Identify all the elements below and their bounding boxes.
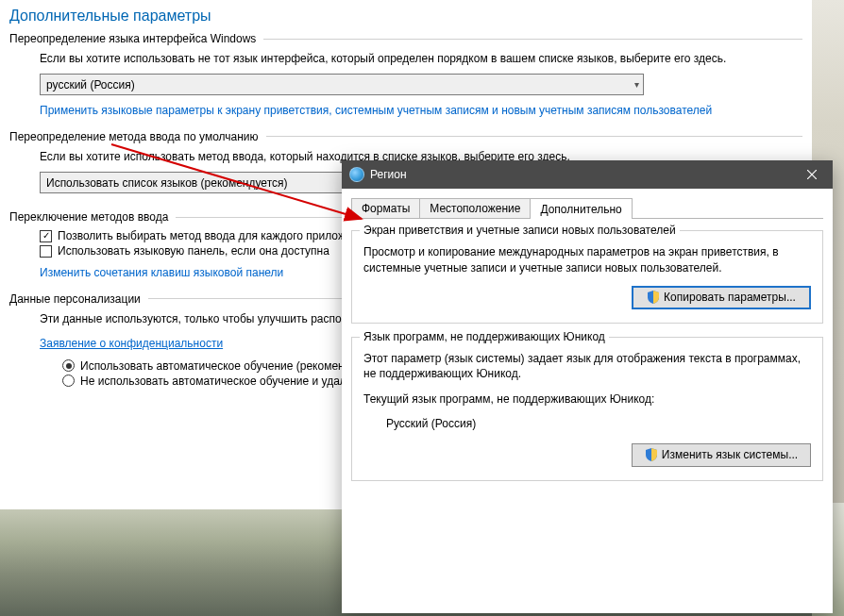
- combo-value: Использовать список языков (рекомендуетс…: [46, 176, 288, 190]
- radio-label: Не использовать автоматическое обучение …: [80, 375, 363, 388]
- apply-to-welcome-screen-link[interactable]: Применить языковые параметры к экрану пр…: [40, 103, 712, 119]
- tab-location[interactable]: Местоположение: [419, 198, 531, 218]
- non-unicode-description: Этот параметр (язык системы) задает язык…: [363, 351, 811, 383]
- change-system-locale-button[interactable]: Изменить язык системы...: [632, 443, 811, 467]
- group-label: Данные персонализации: [9, 292, 148, 306]
- copy-settings-button[interactable]: Копировать параметры...: [632, 286, 811, 309]
- radio-icon: [62, 359, 75, 372]
- close-icon: [807, 170, 817, 179]
- combo-value: русский (Россия): [46, 78, 135, 92]
- globe-icon: [349, 167, 364, 182]
- shield-icon: [647, 291, 660, 304]
- current-language-label: Текущий язык программ, не поддерживающих…: [363, 391, 811, 408]
- override-lang-description: Если вы хотите использовать не тот язык …: [40, 51, 802, 66]
- button-label: Копировать параметры...: [664, 291, 796, 304]
- radio-label: Использовать автоматическое обучение (ре…: [80, 359, 383, 373]
- region-dialog: Регион Форматы Местоположение Дополнител…: [342, 160, 833, 613]
- dialog-title: Регион: [370, 168, 790, 181]
- group-label: Переопределение языка интерфейса Windows: [9, 32, 263, 45]
- group-divider: [266, 136, 802, 137]
- welcome-screen-description: Просмотр и копирование международных пар…: [363, 244, 811, 276]
- privacy-statement-link[interactable]: Заявление о конфиденциальности: [40, 336, 223, 352]
- fieldset-welcome-screen: Экран приветствия и учетные записи новых…: [351, 230, 823, 324]
- tabstrip: Форматы Местоположение Дополнительно: [351, 196, 823, 219]
- group-override-display-language: Переопределение языка интерфейса Windows…: [9, 32, 802, 126]
- page-title: Дополнительные параметры: [9, 8, 802, 25]
- radio-icon: [62, 375, 75, 387]
- dialog-body: Форматы Местоположение Дополнительно Экр…: [342, 189, 833, 613]
- current-language-value: Русский (Россия): [386, 417, 811, 430]
- tab-formats[interactable]: Форматы: [351, 198, 420, 218]
- group-label: Переопределение метода ввода по умолчани…: [9, 130, 266, 143]
- close-button[interactable]: [790, 160, 833, 189]
- checkbox-label: Позволить выбирать метод ввода для каждо…: [58, 229, 370, 242]
- checkbox-label: Использовать языковую панель, если она д…: [58, 244, 329, 258]
- fieldset-legend: Экран приветствия и учетные записи новых…: [360, 224, 680, 237]
- chevron-down-icon: ▾: [634, 79, 639, 90]
- group-divider: [263, 39, 802, 40]
- tab-administrative[interactable]: Дополнительно: [530, 198, 632, 219]
- group-label: Переключение методов ввода: [9, 210, 176, 224]
- button-label: Изменить язык системы...: [662, 448, 798, 461]
- change-hotkeys-link[interactable]: Изменить сочетания клавиш языковой панел…: [40, 265, 283, 281]
- display-language-combobox[interactable]: русский (Россия) ▾: [40, 74, 644, 95]
- fieldset-legend: Язык программ, не поддерживающих Юникод: [360, 330, 609, 343]
- dialog-titlebar[interactable]: Регион: [342, 160, 833, 189]
- checkbox-icon: ✓: [40, 230, 52, 242]
- shield-icon: [645, 448, 658, 461]
- fieldset-non-unicode: Язык программ, не поддерживающих Юникод …: [351, 337, 823, 481]
- checkbox-icon: [40, 245, 52, 258]
